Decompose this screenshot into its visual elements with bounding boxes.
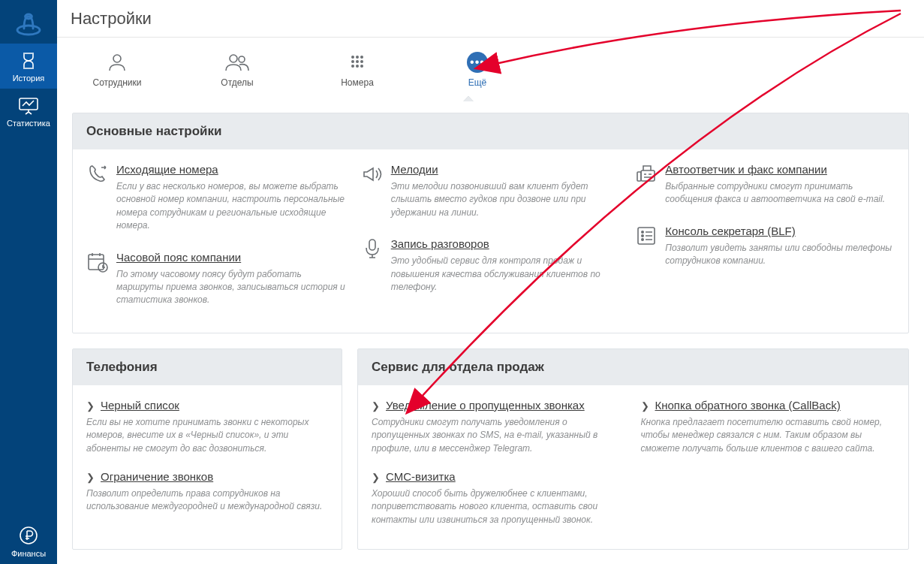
page-title: Настройки bbox=[71, 9, 152, 29]
item-desc: Позволит определить права сотрудников на… bbox=[86, 487, 328, 514]
setting-callback[interactable]: ❯ Кнопка обратного звонка (CallBack) Кно… bbox=[641, 399, 895, 455]
svg-point-9 bbox=[360, 56, 363, 59]
item-title: Исходящие номера bbox=[116, 163, 218, 176]
svg-point-10 bbox=[351, 60, 354, 63]
svg-point-25 bbox=[642, 239, 643, 240]
setting-call-restrict[interactable]: ❯ Ограничение звонков Позволит определит… bbox=[86, 470, 328, 514]
setting-blf[interactable]: Консоль секретаря (BLF) Позволит увидеть… bbox=[635, 225, 895, 268]
svg-point-11 bbox=[356, 60, 359, 63]
svg-point-7 bbox=[351, 56, 354, 59]
settings-tabbar: Сотрудники Отделы Номера ••• Ещё bbox=[57, 38, 924, 101]
hourglass-icon bbox=[19, 51, 38, 71]
megaphone-icon bbox=[361, 163, 391, 219]
item-title: СМС-визитка bbox=[386, 470, 456, 483]
chevron-right-icon: ❯ bbox=[372, 400, 380, 412]
tab-more[interactable]: ••• Ещё bbox=[417, 52, 537, 88]
panel-title: Сервис для отдела продаж bbox=[358, 349, 908, 385]
topbar: Настройки bbox=[57, 0, 924, 38]
console-icon bbox=[635, 225, 665, 268]
presentation-icon bbox=[17, 96, 40, 116]
panel-telephony: Телефония ❯ Черный список Если вы не хот… bbox=[72, 348, 342, 550]
panel-sales-services: Сервис для отдела продаж ❯ Уведомление о… bbox=[357, 348, 909, 550]
tab-departments[interactable]: Отделы bbox=[177, 52, 297, 88]
person-icon bbox=[107, 52, 128, 73]
sidebar: История Статистика Финансы bbox=[0, 0, 57, 564]
item-desc: По этому часовому поясу будут работать м… bbox=[116, 268, 346, 307]
dialpad-icon bbox=[347, 52, 368, 73]
chevron-right-icon: ❯ bbox=[86, 400, 95, 412]
item-title: Консоль секретаря (BLF) bbox=[665, 225, 795, 237]
item-desc: Позволит увидеть заняты или свободны тел… bbox=[665, 242, 895, 268]
svg-point-15 bbox=[360, 65, 363, 68]
item-title: Часовой пояс компании bbox=[116, 251, 241, 264]
sidebar-item-finance[interactable]: Финансы bbox=[0, 517, 57, 564]
item-desc: Кнопка предлагает посетителю оставить св… bbox=[641, 416, 895, 455]
svg-point-23 bbox=[642, 231, 643, 233]
svg-point-14 bbox=[356, 65, 359, 68]
chevron-right-icon: ❯ bbox=[372, 472, 380, 483]
svg-rect-19 bbox=[369, 240, 375, 250]
setting-blacklist[interactable]: ❯ Черный список Если вы не хотите приним… bbox=[86, 399, 328, 455]
svg-point-5 bbox=[230, 55, 237, 62]
svg-point-24 bbox=[642, 235, 643, 237]
sidebar-label-history: История bbox=[13, 74, 45, 83]
item-title: Ограничение звонков bbox=[101, 470, 213, 483]
item-desc: Если у вас несколько номеров, вы можете … bbox=[116, 180, 346, 233]
svg-rect-17 bbox=[89, 255, 104, 270]
setting-recording[interactable]: Запись разговоров Это удобный сервис для… bbox=[361, 237, 621, 294]
logo bbox=[0, 6, 57, 44]
ruble-icon bbox=[18, 525, 39, 546]
svg-point-3 bbox=[20, 527, 37, 544]
tab-employees[interactable]: Сотрудники bbox=[57, 52, 177, 88]
item-title: Кнопка обратного звонка (CallBack) bbox=[655, 399, 841, 412]
tab-label: Номера bbox=[341, 77, 374, 88]
phone-out-icon bbox=[86, 163, 116, 233]
fax-icon bbox=[635, 163, 665, 207]
svg-point-12 bbox=[360, 60, 363, 63]
item-desc: Сотрудники смогут получать уведомления о… bbox=[372, 416, 626, 455]
item-title: Автоответчик и факс компании bbox=[665, 163, 827, 176]
tab-label: Отделы bbox=[221, 77, 253, 88]
panel-title: Основные настройки bbox=[73, 113, 908, 149]
microphone-icon bbox=[361, 237, 391, 294]
sidebar-item-history[interactable]: История bbox=[0, 44, 57, 89]
svg-point-13 bbox=[351, 65, 354, 68]
setting-melodies[interactable]: Мелодии Эти мелодии позвонивший вам клие… bbox=[361, 163, 621, 219]
setting-missed-notify[interactable]: ❯ Уведомление о пропущенных звонках Сотр… bbox=[372, 399, 626, 455]
svg-point-8 bbox=[356, 56, 359, 59]
chevron-right-icon: ❯ bbox=[641, 400, 649, 412]
tab-label: Сотрудники bbox=[93, 77, 142, 88]
svg-point-4 bbox=[113, 55, 121, 62]
panel-main-settings: Основные настройки Исходящие номера Если… bbox=[72, 113, 909, 333]
item-title: Запись разговоров bbox=[391, 237, 489, 250]
item-desc: Если вы не хотите принимать звонки с нек… bbox=[86, 416, 328, 455]
item-desc: Выбранные сотрудники смогут принимать со… bbox=[665, 180, 895, 207]
item-title: Уведомление о пропущенных звонках bbox=[386, 399, 585, 412]
panel-title: Телефония bbox=[73, 349, 342, 385]
setting-fax[interactable]: Автоответчик и факс компании Выбранные с… bbox=[635, 163, 895, 207]
item-desc: Эти мелодии позвонивший вам клиент будет… bbox=[391, 180, 621, 219]
svg-point-6 bbox=[239, 56, 245, 62]
calendar-clock-icon bbox=[86, 251, 116, 307]
sidebar-label-stats: Статистика bbox=[7, 119, 50, 128]
sidebar-label-finance: Финансы bbox=[11, 549, 46, 558]
sidebar-item-stats[interactable]: Статистика bbox=[0, 89, 57, 134]
svg-point-0 bbox=[17, 26, 40, 35]
content: Основные настройки Исходящие номера Если… bbox=[57, 101, 924, 564]
people-icon bbox=[224, 52, 250, 73]
setting-outgoing-numbers[interactable]: Исходящие номера Если у вас несколько но… bbox=[86, 163, 346, 233]
item-desc: Это удобный сервис для контроля продаж и… bbox=[391, 255, 621, 294]
more-icon: ••• bbox=[467, 52, 488, 73]
item-desc: Хороший способ быть дружелюбнее с клиент… bbox=[372, 487, 626, 526]
svg-rect-21 bbox=[637, 172, 641, 181]
tab-label: Ещё bbox=[468, 77, 487, 88]
svg-rect-20 bbox=[641, 170, 655, 181]
setting-timezone[interactable]: Часовой пояс компании По этому часовому … bbox=[86, 251, 346, 307]
item-title: Черный список bbox=[101, 399, 179, 412]
chevron-right-icon: ❯ bbox=[86, 472, 95, 483]
item-title: Мелодии bbox=[391, 163, 438, 176]
setting-sms-card[interactable]: ❯ СМС-визитка Хороший способ быть дружел… bbox=[372, 470, 626, 526]
tab-numbers[interactable]: Номера bbox=[297, 52, 417, 88]
